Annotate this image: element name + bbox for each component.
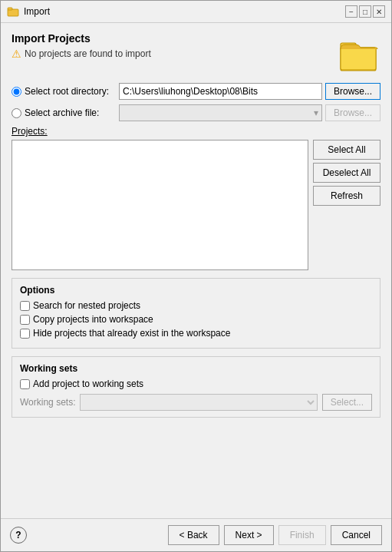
add-to-working-sets-checkbox[interactable] (20, 379, 30, 389)
projects-buttons: Select All Deselect All Refresh (313, 140, 380, 270)
root-browse-button[interactable]: Browse... (325, 83, 380, 100)
finish-button: Finish (278, 525, 326, 545)
copy-projects-checkbox[interactable] (20, 315, 30, 325)
dialog-content: Import Projects ⚠ No projects are found … (1, 23, 391, 518)
root-path-input-wrap: Browse... (119, 83, 380, 100)
add-to-working-sets-text: Add project to working sets (33, 378, 143, 389)
next-button[interactable]: Next > (224, 525, 274, 545)
close-button[interactable]: ✕ (373, 5, 385, 18)
copy-projects-checkbox-label[interactable]: Copy projects into workspace (20, 314, 372, 325)
title-bar-left: Import (7, 5, 50, 18)
title-bar-controls: − □ ✕ (345, 5, 385, 18)
archive-path-combo: ▾ (119, 104, 322, 121)
nested-projects-label: Search for nested projects (33, 300, 140, 311)
root-directory-radio[interactable] (12, 87, 21, 97)
working-sets-combo (80, 394, 317, 411)
header-left: Import Projects ⚠ No projects are found … (12, 32, 151, 60)
root-directory-row: Select root directory: Browse... (12, 83, 380, 100)
archive-path-input-wrap: ▾ Browse... (119, 104, 380, 121)
maximize-button[interactable]: □ (359, 5, 371, 18)
back-button[interactable]: < Back (168, 525, 219, 545)
refresh-button[interactable]: Refresh (313, 186, 380, 206)
warning-message: No projects are found to import (25, 48, 151, 59)
bottom-left: ? (10, 527, 27, 544)
archive-browse-button: Browse... (325, 104, 380, 121)
warning-icon: ⚠ (12, 48, 21, 60)
copy-projects-label: Copy projects into workspace (33, 314, 153, 325)
archive-file-label: Select archive file: (25, 107, 99, 118)
help-button[interactable]: ? (10, 527, 27, 544)
folder-icon-area (338, 32, 380, 75)
root-path-input[interactable] (119, 83, 322, 100)
root-directory-radio-label[interactable]: Select root directory: (12, 86, 119, 97)
options-group: Options Search for nested projects Copy … (12, 278, 380, 349)
bottom-right: < Back Next > Finish Cancel (168, 525, 382, 545)
title-bar: Import − □ ✕ (1, 1, 391, 23)
nested-projects-checkbox-label[interactable]: Search for nested projects (20, 300, 372, 311)
projects-list[interactable] (12, 140, 308, 270)
svg-rect-4 (341, 48, 376, 70)
large-folder-icon (339, 34, 379, 74)
archive-dropdown-arrow: ▾ (314, 107, 318, 118)
deselect-all-button[interactable]: Deselect All (313, 163, 380, 183)
root-directory-label: Select root directory: (25, 86, 109, 97)
add-to-working-sets-label[interactable]: Add project to working sets (20, 378, 372, 389)
working-sets-group: Working sets Add project to working sets… (12, 356, 380, 418)
working-sets-combo-label: Working sets: (20, 397, 75, 408)
minimize-button[interactable]: − (345, 5, 357, 18)
options-title: Options (20, 285, 372, 296)
import-projects-title: Import Projects (12, 32, 151, 45)
archive-file-radio[interactable] (12, 108, 21, 118)
archive-file-radio-label[interactable]: Select archive file: (12, 107, 119, 118)
hide-projects-checkbox[interactable] (20, 329, 30, 339)
select-all-button[interactable]: Select All (313, 140, 380, 160)
warning-row: ⚠ No projects are found to import (12, 48, 151, 60)
working-sets-combo-row: Working sets: Select... (20, 394, 372, 411)
working-sets-title: Working sets (20, 363, 372, 374)
header-section: Import Projects ⚠ No projects are found … (12, 32, 380, 75)
nested-projects-checkbox[interactable] (20, 301, 30, 311)
working-sets-select-button: Select... (322, 394, 372, 411)
cancel-button[interactable]: Cancel (331, 525, 382, 545)
dialog-title: Import (24, 6, 50, 17)
bottom-bar: ? < Back Next > Finish Cancel (1, 518, 391, 551)
projects-section-label: Projects: (12, 126, 380, 137)
projects-area: Select All Deselect All Refresh (12, 140, 380, 270)
dialog-icon (7, 5, 19, 18)
hide-projects-label: Hide projects that already exist in the … (33, 328, 230, 339)
archive-file-row: Select archive file: ▾ Browse... (12, 104, 380, 121)
import-dialog: Import − □ ✕ Import Projects ⚠ No projec… (0, 0, 392, 552)
svg-rect-1 (8, 8, 12, 10)
hide-projects-checkbox-label[interactable]: Hide projects that already exist in the … (20, 328, 372, 339)
